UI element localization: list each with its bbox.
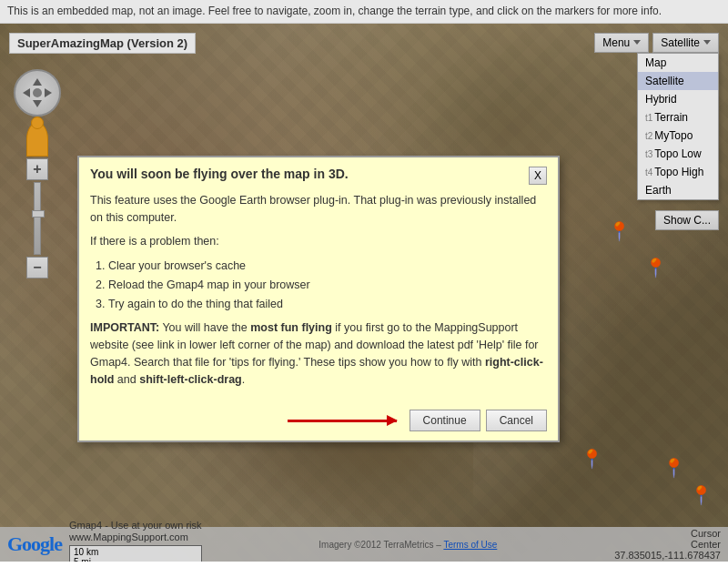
important-bold: most fun flying (250, 321, 332, 334)
modal-header: You will soon be flying over the map in … (79, 157, 558, 185)
cancel-button[interactable]: Cancel (486, 410, 547, 431)
modal-step-3: Try again to do the thing that failed (108, 296, 547, 313)
modal-steps-list: Clear your browser's cache Reload the Gm… (108, 258, 547, 312)
important-text1: You will have the (159, 321, 250, 334)
modal-close-button[interactable]: X (529, 167, 547, 185)
top-info-bar: This is an embedded map, not an image. F… (0, 0, 728, 24)
modal-body: This feature uses the Google Earth brows… (79, 185, 558, 403)
modal-footer: Continue Cancel (79, 402, 558, 440)
modal-overlay: You will soon be flying over the map in … (0, 24, 728, 562)
continue-button[interactable]: Continue (410, 410, 480, 431)
modal-if-problem: If there is a problem then: (90, 233, 547, 250)
modal-title: You will soon be flying over the map in … (90, 167, 529, 181)
red-arrow (90, 420, 404, 422)
modal-para1: This feature uses the Google Earth brows… (90, 192, 547, 227)
modal-dialog: You will soon be flying over the map in … (77, 156, 560, 443)
modal-step-2: Reload the Gmap4 map in your browser (108, 277, 547, 294)
bold2: shift-left-click-drag (139, 373, 242, 386)
modal-step-1: Clear your browser's cache (108, 258, 547, 275)
text3: and (114, 373, 139, 386)
modal-important-para: IMPORTANT: You will have the most fun fl… (90, 319, 547, 388)
map-container[interactable]: SuperAmazingMap (Version 2) + − (0, 24, 728, 562)
arrow-line (288, 420, 397, 422)
top-info-text: This is an embedded map, not an image. F… (7, 5, 662, 17)
important-prefix: IMPORTANT: (90, 321, 159, 334)
text4: . (242, 373, 245, 386)
